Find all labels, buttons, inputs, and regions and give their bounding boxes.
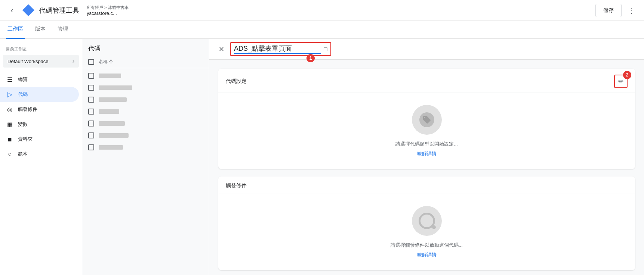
- tab-version[interactable]: 版本: [34, 21, 47, 39]
- detail-panel: ✕ □ 1 代碼設定 ✏ 2: [209, 39, 644, 275]
- tag-config-placeholder-icon: [412, 105, 442, 135]
- top-bar-left: ‹ 代碼管理工具 所有帳戶 > 泳貓中古車 yscarstore.c...: [6, 4, 129, 16]
- row-name-bar: [99, 145, 123, 150]
- trigger-placeholder-text: 請選擇觸發條件以啟動這個代碼...: [391, 242, 463, 249]
- workspace-display: yscarstore.c...: [87, 10, 129, 16]
- top-bar: ‹ 代碼管理工具 所有帳戶 > 泳貓中古車 yscarstore.c... 儲存…: [0, 0, 644, 21]
- tag-name-input[interactable]: [234, 44, 321, 54]
- tab-manage[interactable]: 管理: [56, 21, 70, 39]
- sidebar-item-label: 總覽: [18, 76, 28, 83]
- more-menu-button[interactable]: ⋮: [625, 4, 638, 17]
- row-checkbox[interactable]: [88, 132, 94, 138]
- trigger-config-card: 觸發條件 請選擇觸發條件以啟動這個代碼... 瞭解詳情: [218, 176, 635, 270]
- tag-svg-icon: [422, 115, 431, 124]
- variables-icon: ▦: [6, 121, 13, 128]
- trigger-config-title: 觸發條件: [226, 182, 247, 189]
- close-button[interactable]: ✕: [215, 43, 227, 55]
- row-checkbox[interactable]: [88, 73, 94, 79]
- back-icon: ‹: [11, 6, 13, 15]
- overview-icon: ☰: [6, 76, 13, 83]
- step-badge-2: 2: [623, 71, 631, 79]
- tag-config-card: 代碼設定 ✏ 2: [218, 69, 635, 169]
- sidebar-item-label: 範本: [18, 151, 28, 157]
- tag-config-placeholder-text: 請選擇代碼類型以開始設定...: [395, 141, 458, 147]
- sidebar-item-overview[interactable]: ☰ 總覽: [0, 72, 79, 87]
- workspace-selector-text: Default Workspace: [7, 59, 49, 64]
- app-logo: [22, 4, 34, 16]
- nav-tabs: 工作區 版本 管理: [0, 21, 644, 39]
- list-item[interactable]: [82, 82, 209, 94]
- list-item[interactable]: [82, 106, 209, 118]
- list-item[interactable]: [82, 94, 209, 106]
- list-table-header: 名稱 个: [82, 56, 209, 68]
- sidebar-item-tags[interactable]: ▷ 代碼: [0, 87, 79, 102]
- col-name-header: 名稱 个: [99, 59, 113, 65]
- sidebar-section-label: 目前工作區: [0, 43, 82, 53]
- tag-config-header: 代碼設定 ✏ 2: [218, 69, 635, 93]
- workspace-chevron-icon: ›: [73, 58, 74, 65]
- app-title: 代碼管理工具: [39, 6, 79, 15]
- row-checkbox[interactable]: [88, 97, 94, 103]
- detail-content: 代碼設定 ✏ 2: [209, 60, 644, 275]
- templates-icon: ○: [6, 150, 13, 158]
- list-item[interactable]: [82, 129, 209, 141]
- sidebar-item-label: 資料夾: [18, 136, 33, 143]
- trigger-config-body: 請選擇觸發條件以啟動這個代碼... 瞭解詳情: [218, 194, 635, 270]
- tag-list: 代碼 名稱 个: [82, 39, 209, 275]
- list-item[interactable]: [82, 118, 209, 129]
- tags-icon: ▷: [6, 91, 13, 98]
- row-checkbox[interactable]: [88, 109, 94, 115]
- sidebar-item-label: 變數: [18, 121, 28, 128]
- tag-config-body: 請選擇代碼類型以開始設定... 瞭解詳情: [218, 93, 635, 169]
- row-checkbox[interactable]: [88, 85, 94, 91]
- triggers-icon: ◎: [6, 106, 13, 113]
- sidebar-item-label: 觸發條件: [18, 106, 37, 113]
- select-all-checkbox[interactable]: [88, 59, 94, 65]
- more-icon: ⋮: [628, 6, 635, 15]
- tab-workspace[interactable]: 工作區: [6, 21, 25, 39]
- breadcrumb: 所有帳戶 > 泳貓中古車: [87, 5, 129, 10]
- sidebar-item-label: 代碼: [18, 91, 28, 98]
- trigger-dot-icon: [432, 225, 436, 229]
- edit-btn-container: ✏ 2: [614, 75, 628, 88]
- trigger-learn-more[interactable]: 瞭解詳情: [417, 251, 437, 258]
- breadcrumb-area: 所有帳戶 > 泳貓中古車 yscarstore.c...: [87, 5, 129, 16]
- tag-list-rows: [82, 68, 209, 155]
- modal-header: ✕ □ 1: [209, 39, 644, 60]
- row-name-bar: [99, 97, 127, 102]
- trigger-config-header: 觸發條件: [218, 176, 635, 194]
- list-item[interactable]: [82, 141, 209, 153]
- sidebar-item-triggers[interactable]: ◎ 觸發條件: [0, 102, 79, 117]
- sidebar-item-templates[interactable]: ○ 範本: [0, 147, 79, 162]
- trigger-placeholder-icon: [412, 206, 442, 236]
- list-header: 代碼: [82, 39, 209, 56]
- folder-icon: □: [324, 46, 327, 53]
- sidebar-nav: ☰ 總覽 ▷ 代碼 ◎ 觸發條件 ▦ 變數 ◼ 資料夾 ○ 範本: [0, 72, 82, 162]
- tag-config-inner-icon: [419, 112, 434, 127]
- close-icon: ✕: [219, 45, 224, 53]
- row-name-bar: [99, 133, 129, 138]
- main-layout: 目前工作區 Default Workspace › ☰ 總覽 ▷ 代碼 ◎ 觸發…: [0, 39, 644, 275]
- row-name-bar: [99, 109, 119, 114]
- list-item[interactable]: [82, 70, 209, 82]
- tag-config-title: 代碼設定: [226, 78, 247, 85]
- sidebar-item-folders[interactable]: ◼ 資料夾: [0, 132, 79, 147]
- workspace-selector[interactable]: Default Workspace ›: [3, 55, 79, 68]
- row-name-bar: [99, 85, 132, 90]
- folders-icon: ◼: [6, 135, 13, 143]
- edit-icon: ✏: [618, 77, 624, 85]
- top-bar-actions: 儲存 ⋮: [595, 4, 638, 17]
- modal-title-container: □: [230, 42, 331, 56]
- row-checkbox[interactable]: [88, 121, 94, 126]
- back-button[interactable]: ‹: [6, 4, 18, 16]
- save-button[interactable]: 儲存: [595, 4, 622, 17]
- tag-config-learn-more[interactable]: 瞭解詳情: [417, 150, 437, 157]
- step-badge-1: 1: [306, 54, 315, 62]
- sidebar: 目前工作區 Default Workspace › ☰ 總覽 ▷ 代碼 ◎ 觸發…: [0, 39, 82, 275]
- sidebar-item-variables[interactable]: ▦ 變數: [0, 117, 79, 132]
- row-checkbox[interactable]: [88, 144, 94, 150]
- row-name-bar: [99, 121, 125, 126]
- row-name-bar: [99, 74, 121, 78]
- list-title: 代碼: [88, 45, 100, 53]
